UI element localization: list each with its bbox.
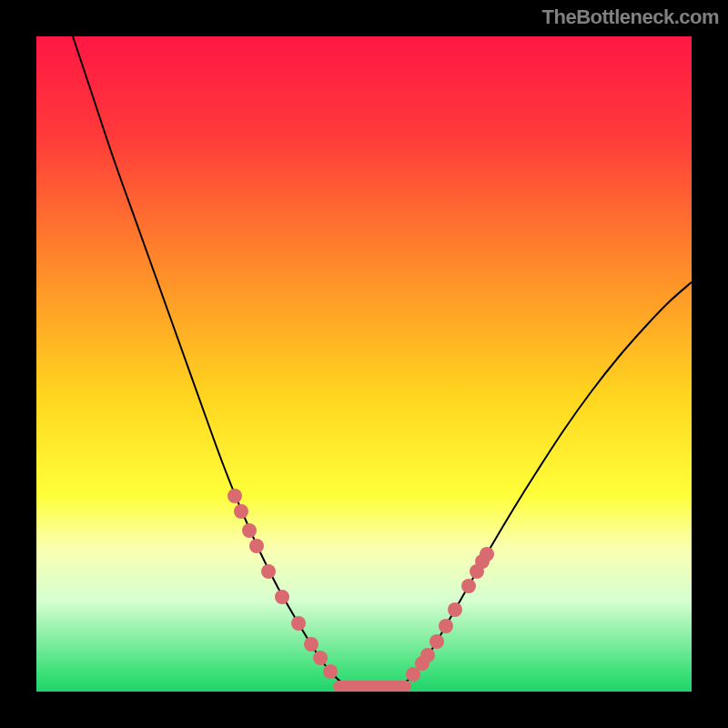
data-marker xyxy=(430,634,444,649)
data-marker xyxy=(304,637,318,652)
watermark-text: TheBottleneck.com xyxy=(542,5,719,29)
data-marker xyxy=(313,651,328,665)
data-marker xyxy=(461,579,476,593)
data-marker xyxy=(261,564,276,579)
chart-container: TheBottleneck.com xyxy=(0,0,728,728)
chart-svg xyxy=(36,36,692,692)
data-marker xyxy=(448,602,462,617)
data-marker xyxy=(234,504,248,519)
data-marker xyxy=(420,648,435,662)
data-marker xyxy=(228,489,242,503)
data-marker xyxy=(323,664,338,679)
plot-area xyxy=(36,36,692,692)
gradient-background xyxy=(36,36,692,692)
data-marker xyxy=(275,590,289,604)
data-marker xyxy=(480,547,494,561)
flat-segment xyxy=(333,681,411,692)
data-marker xyxy=(439,619,453,633)
data-marker xyxy=(291,616,306,631)
data-marker xyxy=(249,539,264,553)
data-marker xyxy=(242,523,257,538)
